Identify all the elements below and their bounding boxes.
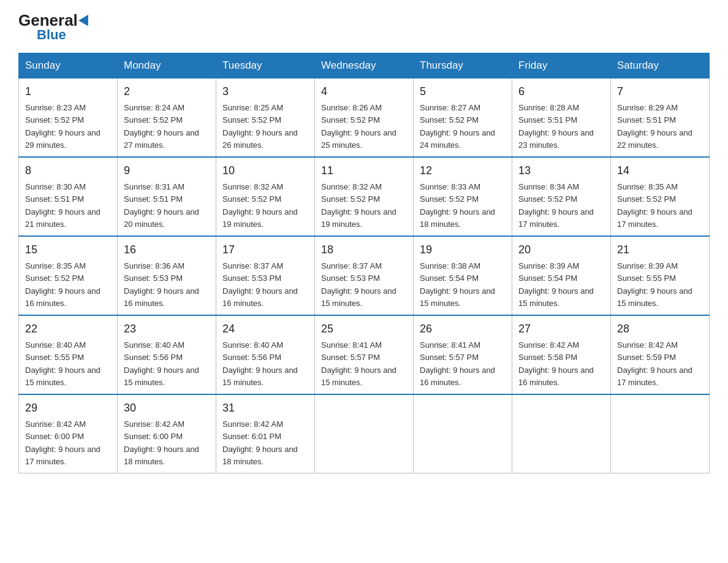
day-info: Sunrise: 8:30 AMSunset: 5:51 PMDaylight:… <box>25 182 100 229</box>
day-number: 21 <box>617 242 703 258</box>
day-number: 28 <box>617 321 703 337</box>
calendar-cell: 11 Sunrise: 8:32 AMSunset: 5:52 PMDaylig… <box>315 157 414 236</box>
day-info: Sunrise: 8:40 AMSunset: 5:55 PMDaylight:… <box>25 340 100 387</box>
day-info: Sunrise: 8:37 AMSunset: 5:53 PMDaylight:… <box>321 261 396 308</box>
day-info: Sunrise: 8:34 AMSunset: 5:52 PMDaylight:… <box>518 182 594 229</box>
day-info: Sunrise: 8:24 AMSunset: 5:52 PMDaylight:… <box>124 103 199 150</box>
day-number: 11 <box>321 163 407 179</box>
day-info: Sunrise: 8:23 AMSunset: 5:52 PMDaylight:… <box>25 103 100 150</box>
day-info: Sunrise: 8:39 AMSunset: 5:55 PMDaylight:… <box>617 261 692 308</box>
day-number: 3 <box>222 83 308 100</box>
day-info: Sunrise: 8:36 AMSunset: 5:53 PMDaylight:… <box>124 261 199 308</box>
day-info: Sunrise: 8:37 AMSunset: 5:53 PMDaylight:… <box>222 261 298 308</box>
calendar-cell: 14 Sunrise: 8:35 AMSunset: 5:52 PMDaylig… <box>611 157 710 236</box>
calendar-week-2: 8 Sunrise: 8:30 AMSunset: 5:51 PMDayligh… <box>19 157 710 236</box>
logo-blue-text: Blue <box>37 28 66 42</box>
day-number: 17 <box>222 242 308 258</box>
day-number: 1 <box>25 83 111 100</box>
day-info: Sunrise: 8:25 AMSunset: 5:52 PMDaylight:… <box>222 103 298 150</box>
page-header: General Blue <box>18 12 710 42</box>
day-number: 9 <box>124 163 210 179</box>
calendar-cell <box>414 394 512 473</box>
calendar-cell: 17 Sunrise: 8:37 AMSunset: 5:53 PMDaylig… <box>216 236 315 315</box>
header-sunday: Sunday <box>19 53 118 79</box>
day-number: 24 <box>222 321 308 337</box>
calendar-cell: 25 Sunrise: 8:41 AMSunset: 5:57 PMDaylig… <box>315 315 414 394</box>
day-number: 12 <box>420 163 506 179</box>
calendar-cell: 15 Sunrise: 8:35 AMSunset: 5:52 PMDaylig… <box>19 236 118 315</box>
calendar-cell: 12 Sunrise: 8:33 AMSunset: 5:52 PMDaylig… <box>414 157 512 236</box>
day-number: 23 <box>124 321 210 337</box>
day-number: 30 <box>124 400 210 416</box>
calendar-cell: 21 Sunrise: 8:39 AMSunset: 5:55 PMDaylig… <box>611 236 710 315</box>
day-number: 2 <box>124 83 210 100</box>
calendar-cell: 2 Sunrise: 8:24 AMSunset: 5:52 PMDayligh… <box>118 79 216 158</box>
day-number: 16 <box>124 242 210 258</box>
calendar-table: SundayMondayTuesdayWednesdayThursdayFrid… <box>18 53 710 473</box>
header-wednesday: Wednesday <box>315 53 414 79</box>
day-number: 27 <box>518 321 604 337</box>
calendar-cell: 29 Sunrise: 8:42 AMSunset: 6:00 PMDaylig… <box>19 394 118 473</box>
calendar-cell: 18 Sunrise: 8:37 AMSunset: 5:53 PMDaylig… <box>315 236 414 315</box>
day-number: 15 <box>25 242 111 258</box>
logo: General Blue <box>18 12 91 42</box>
day-number: 19 <box>420 242 506 258</box>
calendar-cell: 1 Sunrise: 8:23 AMSunset: 5:52 PMDayligh… <box>19 79 118 158</box>
day-info: Sunrise: 8:40 AMSunset: 5:56 PMDaylight:… <box>124 340 199 387</box>
calendar-cell: 19 Sunrise: 8:38 AMSunset: 5:54 PMDaylig… <box>414 236 512 315</box>
calendar-cell: 8 Sunrise: 8:30 AMSunset: 5:51 PMDayligh… <box>19 157 118 236</box>
calendar-cell: 9 Sunrise: 8:31 AMSunset: 5:51 PMDayligh… <box>118 157 216 236</box>
header-thursday: Thursday <box>414 53 512 79</box>
header-monday: Monday <box>118 53 216 79</box>
day-info: Sunrise: 8:41 AMSunset: 5:57 PMDaylight:… <box>321 340 396 387</box>
day-info: Sunrise: 8:28 AMSunset: 5:51 PMDaylight:… <box>518 103 594 150</box>
day-info: Sunrise: 8:42 AMSunset: 5:59 PMDaylight:… <box>617 340 692 387</box>
day-number: 6 <box>518 83 604 100</box>
calendar-cell: 13 Sunrise: 8:34 AMSunset: 5:52 PMDaylig… <box>512 157 611 236</box>
day-info: Sunrise: 8:39 AMSunset: 5:54 PMDaylight:… <box>518 261 594 308</box>
day-number: 31 <box>222 400 308 416</box>
calendar-cell: 10 Sunrise: 8:32 AMSunset: 5:52 PMDaylig… <box>216 157 315 236</box>
calendar-week-4: 22 Sunrise: 8:40 AMSunset: 5:55 PMDaylig… <box>19 315 710 394</box>
header-saturday: Saturday <box>611 53 710 79</box>
day-info: Sunrise: 8:32 AMSunset: 5:52 PMDaylight:… <box>321 182 396 229</box>
day-number: 7 <box>617 83 703 100</box>
day-info: Sunrise: 8:42 AMSunset: 5:58 PMDaylight:… <box>518 340 594 387</box>
calendar-cell: 5 Sunrise: 8:27 AMSunset: 5:52 PMDayligh… <box>414 79 512 158</box>
day-info: Sunrise: 8:40 AMSunset: 5:56 PMDaylight:… <box>222 340 298 387</box>
day-info: Sunrise: 8:31 AMSunset: 5:51 PMDaylight:… <box>124 182 199 229</box>
day-number: 22 <box>25 321 111 337</box>
calendar-cell <box>315 394 414 473</box>
calendar-cell: 24 Sunrise: 8:40 AMSunset: 5:56 PMDaylig… <box>216 315 315 394</box>
day-info: Sunrise: 8:42 AMSunset: 6:01 PMDaylight:… <box>222 419 298 466</box>
calendar-cell: 28 Sunrise: 8:42 AMSunset: 5:59 PMDaylig… <box>611 315 710 394</box>
calendar-cell: 16 Sunrise: 8:36 AMSunset: 5:53 PMDaylig… <box>118 236 216 315</box>
day-number: 29 <box>25 400 111 416</box>
day-info: Sunrise: 8:41 AMSunset: 5:57 PMDaylight:… <box>420 340 495 387</box>
calendar-week-1: 1 Sunrise: 8:23 AMSunset: 5:52 PMDayligh… <box>19 79 710 158</box>
calendar-cell: 26 Sunrise: 8:41 AMSunset: 5:57 PMDaylig… <box>414 315 512 394</box>
calendar-cell <box>512 394 611 473</box>
day-number: 18 <box>321 242 407 258</box>
day-number: 5 <box>420 83 506 100</box>
day-info: Sunrise: 8:42 AMSunset: 6:00 PMDaylight:… <box>25 419 100 466</box>
calendar-cell: 30 Sunrise: 8:42 AMSunset: 6:00 PMDaylig… <box>118 394 216 473</box>
calendar-cell: 3 Sunrise: 8:25 AMSunset: 5:52 PMDayligh… <box>216 79 315 158</box>
day-info: Sunrise: 8:32 AMSunset: 5:52 PMDaylight:… <box>222 182 298 229</box>
header-tuesday: Tuesday <box>216 53 315 79</box>
day-info: Sunrise: 8:27 AMSunset: 5:52 PMDaylight:… <box>420 103 495 150</box>
calendar-cell: 4 Sunrise: 8:26 AMSunset: 5:52 PMDayligh… <box>315 79 414 158</box>
calendar-cell: 31 Sunrise: 8:42 AMSunset: 6:01 PMDaylig… <box>216 394 315 473</box>
day-info: Sunrise: 8:35 AMSunset: 5:52 PMDaylight:… <box>25 261 100 308</box>
calendar-week-3: 15 Sunrise: 8:35 AMSunset: 5:52 PMDaylig… <box>19 236 710 315</box>
calendar-cell: 23 Sunrise: 8:40 AMSunset: 5:56 PMDaylig… <box>118 315 216 394</box>
calendar-cell: 6 Sunrise: 8:28 AMSunset: 5:51 PMDayligh… <box>512 79 611 158</box>
day-number: 8 <box>25 163 111 179</box>
day-number: 14 <box>617 163 703 179</box>
calendar-cell <box>611 394 710 473</box>
day-number: 20 <box>518 242 604 258</box>
day-number: 25 <box>321 321 407 337</box>
day-info: Sunrise: 8:38 AMSunset: 5:54 PMDaylight:… <box>420 261 495 308</box>
calendar-header-row: SundayMondayTuesdayWednesdayThursdayFrid… <box>19 53 710 79</box>
day-number: 13 <box>518 163 604 179</box>
